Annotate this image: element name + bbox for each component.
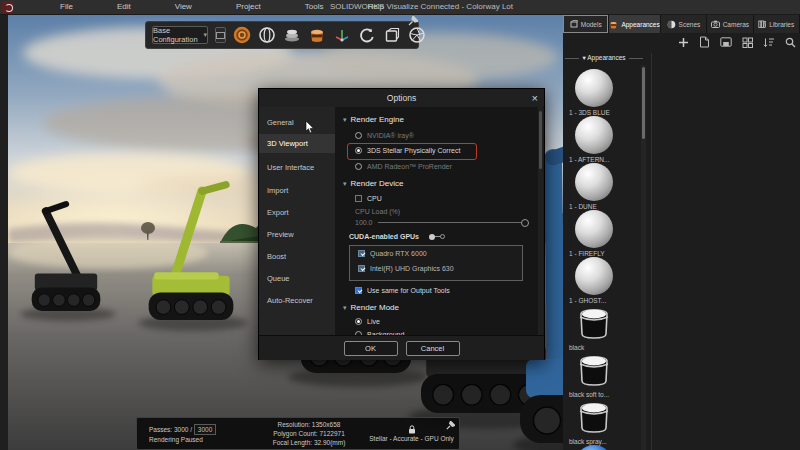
- tab-user-interface[interactable]: User Interface: [259, 158, 335, 177]
- sort-icon[interactable]: [763, 37, 775, 48]
- tab-import[interactable]: Import: [259, 181, 335, 200]
- tree-header[interactable]: ▾ Appearances: [565, 53, 643, 63]
- material-sphere-thumb: [575, 210, 613, 248]
- dialog-scrollbar[interactable]: [538, 107, 543, 335]
- gpu-list-box: Quadro RTX 6000 Intel(R) UHD Graphics 63…: [349, 245, 523, 281]
- add-icon[interactable]: [678, 37, 689, 48]
- paint-bucket-icon[interactable]: [308, 24, 326, 46]
- refresh-icon[interactable]: [358, 24, 376, 46]
- main-toolbar: Base Configuration ▾: [145, 21, 419, 49]
- appearance-item[interactable]: black spray...: [569, 398, 633, 445]
- gpu-toggle[interactable]: [429, 234, 445, 240]
- cancel-button[interactable]: Cancel: [406, 341, 460, 356]
- close-icon[interactable]: ×: [532, 90, 538, 106]
- menu-view[interactable]: View: [175, 0, 192, 14]
- section-render-mode[interactable]: ▾Render Mode: [343, 303, 399, 312]
- target-icon[interactable]: [233, 24, 251, 46]
- checkbox-quadro-rtx-6000[interactable]: Quadro RTX 6000: [358, 250, 427, 257]
- scrollbar-thumb[interactable]: [539, 111, 542, 169]
- checkbox-cpu[interactable]: CPU: [355, 195, 382, 202]
- checkbox-icon: [355, 195, 362, 202]
- cpu-load-slider-row: 100.0: [355, 219, 527, 226]
- tab-models[interactable]: Models: [563, 15, 609, 33]
- appearance-item[interactable]: 1 - GHOST...: [569, 257, 633, 304]
- menu-file[interactable]: File: [60, 0, 73, 14]
- appearance-item[interactable]: black: [569, 304, 633, 351]
- dialog-buttons: OK Cancel: [259, 335, 544, 360]
- appearance-item[interactable]: 1 - DUNE: [569, 163, 633, 210]
- radio-amd-prorender[interactable]: AMD Radeon™ ProRender: [355, 163, 452, 170]
- new-page-icon[interactable]: [699, 36, 710, 48]
- radio-icon: [355, 132, 362, 139]
- scrollbar-thumb[interactable]: [642, 67, 645, 139]
- palette-toolbar: [678, 35, 796, 49]
- radio-nvidia-iray[interactable]: NVIDIA® iray®: [355, 132, 414, 139]
- focal-length-text: Focal Length: 32.90(mm): [254, 438, 364, 447]
- dialog-tab-list: General 3D Viewport User Interface Impor…: [259, 107, 336, 335]
- menu-edit[interactable]: Edit: [117, 0, 131, 14]
- passes-label: Passes: 3000 /: [149, 426, 192, 433]
- section-render-device[interactable]: ▾Render Device: [343, 179, 403, 188]
- checkbox-use-same-output[interactable]: Use same for Output Tools: [355, 287, 450, 294]
- checkbox-icon: [358, 250, 365, 257]
- books-icon: [758, 20, 766, 28]
- tab-export[interactable]: Export: [259, 203, 335, 222]
- tab-boost[interactable]: Boost: [259, 247, 335, 266]
- mouse-cursor: [305, 121, 315, 134]
- save-icon[interactable]: [720, 37, 732, 47]
- ok-button[interactable]: OK: [344, 341, 398, 356]
- chevron-down-icon: ▾: [204, 31, 208, 39]
- tab-appearances[interactable]: Appearances: [609, 15, 660, 33]
- appearance-item[interactable]: [569, 445, 633, 450]
- configuration-dropdown[interactable]: Base Configuration ▾: [152, 26, 208, 44]
- tab-queue[interactable]: Queue: [259, 269, 335, 288]
- checkbox-intel-uhd-630[interactable]: Intel(R) UHD Graphics 630: [358, 265, 454, 272]
- tab-libraries[interactable]: Libraries: [754, 15, 800, 33]
- tab-cameras[interactable]: Cameras: [707, 15, 753, 33]
- cpu-load-label: CPU Load (%): [355, 208, 400, 215]
- cube-icon: [570, 20, 578, 28]
- appearances-tree: ▾ Appearances 1 - 3DS BLUE 1 - AFTERN...…: [565, 53, 649, 450]
- layers-icon[interactable]: [283, 24, 301, 46]
- aperture-icon[interactable]: [408, 24, 426, 46]
- radio-3ds-stellar[interactable]: 3DS Stellar Physically Correct: [355, 147, 460, 154]
- configuration-label: Base Configuration: [153, 26, 198, 44]
- radio-live[interactable]: Live: [355, 318, 380, 325]
- slider-handle[interactable]: [521, 219, 529, 227]
- render-info-block: Resolution: 1350x658 Polygon Count: 7122…: [254, 420, 364, 447]
- grid-view-icon[interactable]: [742, 37, 753, 48]
- app-logo: [2, 1, 14, 13]
- split-sphere-icon[interactable]: [258, 24, 276, 46]
- paint-bucket-thumb: [575, 304, 613, 342]
- configuration-manager-button[interactable]: [215, 27, 226, 43]
- collapse-caret-icon: ▾: [343, 304, 347, 311]
- section-render-engine[interactable]: ▾Render Engine: [343, 115, 404, 124]
- box-icon[interactable]: [383, 24, 401, 46]
- cpu-load-value: 100.0: [355, 219, 373, 226]
- tab-general[interactable]: General: [259, 113, 335, 132]
- passes-input[interactable]: 3000: [194, 424, 216, 435]
- appearance-item[interactable]: black soft to...: [569, 351, 633, 398]
- status-pin-icon[interactable]: [446, 421, 455, 430]
- material-sphere-thumb: [575, 445, 613, 450]
- menu-tools[interactable]: Tools: [305, 0, 324, 14]
- collapse-caret-icon: ▾: [343, 180, 347, 187]
- menu-project[interactable]: Project: [236, 0, 261, 14]
- tab-3d-viewport[interactable]: 3D Viewport: [259, 134, 335, 153]
- appearance-item[interactable]: 1 - 3DS BLUE: [569, 69, 633, 116]
- tab-preview[interactable]: Preview: [259, 225, 335, 244]
- tree-scrollbar[interactable]: [641, 65, 646, 450]
- search-icon[interactable]: [785, 37, 796, 48]
- appearance-item[interactable]: 1 - AFTERN...: [569, 116, 633, 163]
- palette-tabs: Models Appearances Scenes Cameras Librar…: [563, 15, 800, 33]
- radio-icon: [355, 318, 362, 325]
- appearance-item[interactable]: 1 - FIREFLY: [569, 210, 633, 257]
- tab-scenes[interactable]: Scenes: [661, 15, 707, 33]
- toolbar-pin-icon[interactable]: [408, 16, 418, 26]
- dialog-title: Options: [259, 89, 544, 107]
- header-rule: [629, 58, 643, 59]
- dialog-titlebar[interactable]: Options ×: [259, 89, 544, 108]
- tab-auto-recover[interactable]: Auto-Recover: [259, 291, 335, 310]
- move-gizmo-icon[interactable]: [333, 24, 351, 46]
- cpu-load-slider[interactable]: [378, 222, 527, 223]
